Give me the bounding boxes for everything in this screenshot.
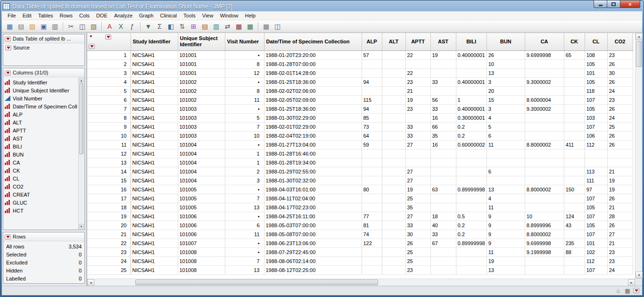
cell[interactable] xyxy=(564,104,585,113)
cell[interactable] xyxy=(405,113,430,122)
cell[interactable]: 35 xyxy=(430,131,456,140)
join-icon[interactable]: ⊞ xyxy=(188,21,199,32)
cell[interactable]: 24 xyxy=(607,86,633,95)
red-triangle-icon[interactable] xyxy=(5,36,11,41)
column-item-cl[interactable]: CL xyxy=(5,174,77,182)
cell[interactable]: 23 xyxy=(607,95,633,104)
cell[interactable]: 6 xyxy=(225,221,264,230)
cell[interactable]: NICSAH1 xyxy=(131,77,178,86)
run-script-icon[interactable]: ƒ xyxy=(127,21,138,32)
cell[interactable] xyxy=(362,194,382,203)
cell[interactable] xyxy=(564,203,585,212)
stack-icon[interactable]: ▤ xyxy=(199,21,210,32)
column-item-bun[interactable]: BUN xyxy=(5,150,77,158)
cell[interactable]: 33 xyxy=(430,104,456,113)
menu-help[interactable]: Help xyxy=(242,12,259,19)
cell[interactable] xyxy=(382,230,405,239)
cell[interactable] xyxy=(430,167,456,176)
grid-view-icon[interactable]: ▦ xyxy=(624,287,631,295)
cell[interactable] xyxy=(362,149,382,158)
cell[interactable]: 8 xyxy=(225,59,264,68)
row-number[interactable]: 25 xyxy=(87,265,131,274)
cell[interactable]: 101005 xyxy=(178,203,225,212)
cell[interactable]: 101005 xyxy=(178,194,225,203)
column-header-unique-subject-identifier[interactable]: Unique Subject Identifier xyxy=(178,33,225,50)
cell[interactable] xyxy=(525,176,564,185)
cell[interactable]: 0.2 xyxy=(456,131,487,140)
cell[interactable]: 9 xyxy=(487,212,525,221)
cell[interactable] xyxy=(430,256,456,265)
cell[interactable] xyxy=(362,256,382,265)
cell[interactable]: 115 xyxy=(362,95,382,104)
cell[interactable] xyxy=(525,265,564,274)
column-header-study-identifier[interactable]: Study Identifier xyxy=(131,33,178,50)
cell[interactable] xyxy=(525,122,564,131)
cell[interactable] xyxy=(525,59,564,68)
cell[interactable] xyxy=(564,68,585,77)
cell[interactable]: 6 xyxy=(487,167,525,176)
cell[interactable]: 21 xyxy=(607,239,633,248)
cell[interactable] xyxy=(564,86,585,95)
cell[interactable]: 19 xyxy=(405,95,430,104)
cell[interactable]: 6 xyxy=(487,131,525,140)
cell[interactable] xyxy=(525,86,564,95)
cell[interactable]: 112 xyxy=(585,256,607,265)
cell[interactable]: 33 xyxy=(430,230,456,239)
cell[interactable] xyxy=(382,140,405,149)
cell[interactable]: 30 xyxy=(607,68,633,77)
new-data-table-icon[interactable]: ▦ xyxy=(4,21,15,32)
cell[interactable]: 124 xyxy=(564,212,585,221)
cell[interactable]: 8 xyxy=(225,86,264,95)
cell[interactable]: NICSAH1 xyxy=(131,265,178,274)
cell[interactable] xyxy=(362,167,382,176)
menu-graph[interactable]: Graph xyxy=(136,12,157,19)
cell[interactable] xyxy=(382,149,405,158)
cell[interactable]: 0.2 xyxy=(456,122,487,131)
cell[interactable]: NICSAH1 xyxy=(131,59,178,68)
cell[interactable]: 0.60000002 xyxy=(456,140,487,149)
cell[interactable] xyxy=(430,59,456,68)
cell[interactable]: 11 xyxy=(487,203,525,212)
cell[interactable] xyxy=(564,149,585,158)
cell[interactable] xyxy=(362,59,382,68)
cell[interactable]: 97 xyxy=(585,185,607,194)
cell[interactable] xyxy=(382,203,405,212)
menu-view[interactable]: View xyxy=(199,12,217,19)
menu-clinical[interactable]: Clinical xyxy=(157,12,180,19)
column-item-alt[interactable]: ALT xyxy=(5,118,77,126)
cell[interactable] xyxy=(456,194,487,203)
cell[interactable]: 16 xyxy=(430,140,456,149)
cell[interactable]: 101004 xyxy=(178,176,225,185)
cell[interactable] xyxy=(564,167,585,176)
cell[interactable]: 9.6999998 xyxy=(525,50,564,59)
cell[interactable] xyxy=(456,149,487,158)
cell[interactable]: 122 xyxy=(362,239,382,248)
cell[interactable] xyxy=(525,131,564,140)
columns-scrollbar[interactable]: ▲ ▼ xyxy=(78,78,84,229)
row-number[interactable]: 22 xyxy=(87,239,131,248)
red-triangle-icon[interactable] xyxy=(5,45,11,50)
column-item-bili[interactable]: BILI xyxy=(5,142,77,150)
scroll-up-icon[interactable]: ▲ xyxy=(79,78,84,83)
cell[interactable] xyxy=(430,86,456,95)
cell[interactable]: 11 xyxy=(225,230,264,239)
cell[interactable]: 3 xyxy=(225,176,264,185)
copy-icon[interactable]: ◫ xyxy=(77,21,88,32)
cell[interactable] xyxy=(382,86,405,95)
cell[interactable]: • xyxy=(225,50,264,59)
row-number[interactable]: 7 xyxy=(87,104,131,113)
column-header-date-time-of-specimen-collection[interactable]: Date/Time of Specimen Collection xyxy=(264,33,362,50)
cell[interactable]: 27 xyxy=(405,212,430,221)
sort-icon[interactable]: ⇅ xyxy=(177,21,188,32)
cell[interactable]: 25 xyxy=(405,256,430,265)
cell[interactable] xyxy=(585,149,607,158)
cell[interactable]: 1988-01-25T18:36:00 xyxy=(264,104,362,113)
cell[interactable] xyxy=(405,158,430,167)
cell[interactable]: 8.6000004 xyxy=(525,95,564,104)
cell[interactable]: 9.3000002 xyxy=(525,77,564,86)
cell[interactable]: 106 xyxy=(585,131,607,140)
cell[interactable]: 150 xyxy=(564,185,585,194)
column-item-study-identifier[interactable]: Study Identifier xyxy=(5,78,77,86)
cell[interactable]: 19 xyxy=(607,176,633,185)
cell[interactable]: 28 xyxy=(607,212,633,221)
